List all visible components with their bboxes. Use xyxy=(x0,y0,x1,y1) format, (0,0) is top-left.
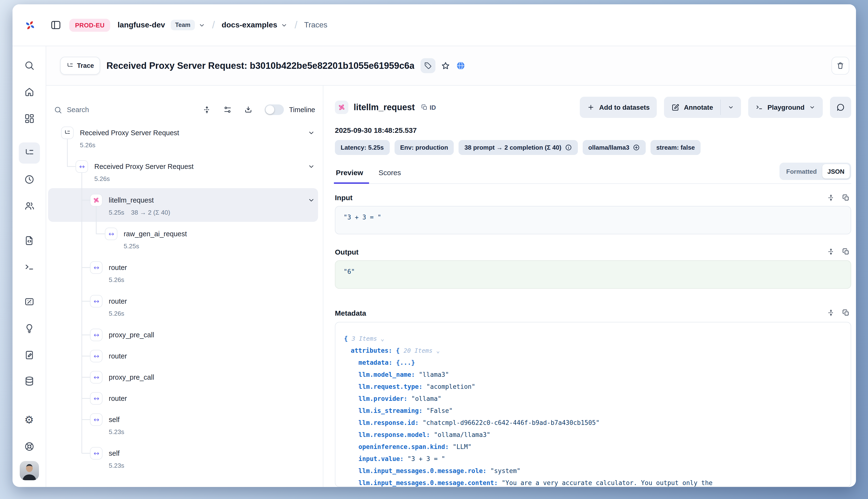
span-arrows-icon xyxy=(75,160,88,173)
format-toggle-json[interactable]: JSON xyxy=(822,164,850,179)
annotate-button-group: Annotate xyxy=(664,97,741,118)
collapse-section-icon[interactable] xyxy=(827,248,835,256)
format-toggle-formatted[interactable]: Formatted xyxy=(781,164,822,179)
span-arrows-icon xyxy=(105,228,118,240)
environment-badge[interactable]: PROD-EU xyxy=(69,19,110,32)
tree-search[interactable] xyxy=(54,106,202,114)
copy-id-button[interactable]: ID xyxy=(421,104,436,111)
org-chevron-down-icon[interactable] xyxy=(198,21,206,29)
tree-row-span[interactable]: Received Proxy Server Request 5.26s xyxy=(46,158,323,192)
sessions-clock-icon[interactable] xyxy=(19,169,40,190)
dashboard-icon[interactable] xyxy=(19,108,40,129)
trace-badge-label: Trace xyxy=(77,62,94,69)
tree-row-span[interactable]: proxy_pre_call xyxy=(46,327,323,348)
org-name[interactable]: langfuse-dev xyxy=(118,21,165,29)
copy-icon[interactable] xyxy=(842,194,850,202)
trace-type-badge[interactable]: Trace xyxy=(60,57,100,75)
trace-tree-icon xyxy=(66,62,74,69)
datasets-database-icon[interactable] xyxy=(19,370,40,392)
chevron-down-icon xyxy=(809,104,816,111)
app-logo[interactable] xyxy=(24,19,37,32)
annotate-button[interactable]: Annotate xyxy=(664,97,720,118)
display-settings-icon[interactable] xyxy=(223,105,232,114)
annotate-dropdown-chevron[interactable] xyxy=(721,97,741,118)
detail-tabs: Preview Scores Formatted JSON xyxy=(335,163,851,184)
search-icon[interactable] xyxy=(19,55,40,76)
tag-icon[interactable] xyxy=(421,58,436,73)
lightbulb-icon[interactable] xyxy=(19,318,40,339)
generation-icon xyxy=(90,194,102,206)
app-window: PROD-EU langfuse-dev Team / docs-example… xyxy=(13,4,856,487)
playground-button[interactable]: Playground xyxy=(748,97,823,118)
stream-badge: stream: false xyxy=(650,140,700,155)
output-title: Output xyxy=(335,248,358,256)
plus-icon xyxy=(587,104,595,111)
icon-sidebar: ⚙ xyxy=(13,46,46,487)
tree-row-span[interactable]: router xyxy=(46,348,323,369)
prompts-file-icon[interactable] xyxy=(19,230,40,251)
model-badge[interactable]: ollama/llama3 xyxy=(583,140,646,155)
comment-bubble-icon xyxy=(836,103,845,112)
tree-row-span[interactable]: proxy_pre_call xyxy=(46,369,323,390)
chevron-down-icon[interactable] xyxy=(307,163,315,170)
span-arrows-icon xyxy=(90,261,102,274)
span-arrows-icon xyxy=(90,371,102,384)
org-type-badge: Team xyxy=(171,20,195,30)
user-avatar[interactable] xyxy=(20,461,39,480)
settings-gear-icon[interactable]: ⚙ xyxy=(19,410,40,431)
copy-icon xyxy=(421,104,428,111)
project-name[interactable]: docs-examples xyxy=(222,21,277,29)
breadcrumb-section[interactable]: Traces xyxy=(304,21,327,29)
add-to-datasets-button[interactable]: Add to datasets xyxy=(580,97,657,118)
metadata-title: Metadata xyxy=(335,309,366,317)
playground-terminal-icon[interactable] xyxy=(19,256,40,278)
collapse-section-icon[interactable] xyxy=(827,309,835,317)
chevron-down-icon[interactable] xyxy=(307,129,315,137)
tracing-icon[interactable] xyxy=(19,143,40,163)
tree-row-span[interactable]: router 5.26s xyxy=(46,259,323,293)
tree-row-generation-selected[interactable]: litellm_request 5.25s38 → 2 (Σ 40) xyxy=(46,192,323,226)
public-globe-icon[interactable] xyxy=(456,61,466,71)
span-arrows-icon xyxy=(90,329,102,341)
evaluation-icon[interactable] xyxy=(19,291,40,312)
tree-row-span[interactable]: router xyxy=(46,390,323,411)
metadata-json-viewer[interactable]: {3 Items ⌄ attributes: {20 Items ⌄ metad… xyxy=(335,322,851,487)
search-icon xyxy=(54,106,62,114)
trace-title-bar: Trace Received Proxy Server Request: b30… xyxy=(46,46,856,86)
timeline-toggle[interactable] xyxy=(265,105,284,115)
span-arrows-icon xyxy=(90,392,102,405)
breadcrumb-separator: / xyxy=(212,19,215,31)
home-icon[interactable] xyxy=(19,81,40,102)
tab-scores[interactable]: Scores xyxy=(378,165,402,183)
tree-row-span[interactable]: self 5.23s xyxy=(46,445,323,479)
annotation-clipboard-icon[interactable] xyxy=(19,344,40,365)
token-usage-badge[interactable]: 38 prompt → 2 completion (Σ 40) xyxy=(459,140,578,155)
collapse-section-icon[interactable] xyxy=(827,194,835,202)
tree-search-input[interactable] xyxy=(67,106,118,113)
support-lifebuoy-icon[interactable] xyxy=(19,436,40,457)
tree-row-trace-root[interactable]: Received Proxy Server Request 5.26s xyxy=(46,125,323,158)
span-arrows-icon xyxy=(90,350,102,362)
tree-row-span[interactable]: self 5.23s xyxy=(46,411,323,445)
copy-icon[interactable] xyxy=(842,309,850,317)
trash-icon[interactable] xyxy=(831,57,849,75)
sidebar-toggle-icon[interactable] xyxy=(50,19,62,31)
users-icon[interactable] xyxy=(19,195,40,217)
observation-detail-panel: litellm_request ID Add to datasets xyxy=(323,86,856,487)
tree-list: Received Proxy Server Request 5.26s Rece… xyxy=(46,125,323,487)
plus-circle-icon xyxy=(633,144,640,151)
star-icon[interactable] xyxy=(441,61,451,71)
project-chevron-down-icon[interactable] xyxy=(281,21,288,29)
download-icon[interactable] xyxy=(244,105,252,114)
chevron-down-icon[interactable] xyxy=(307,196,315,204)
tab-preview[interactable]: Preview xyxy=(335,165,364,183)
collapse-all-icon[interactable] xyxy=(202,105,211,114)
observation-tree-panel: Timeline xyxy=(46,86,323,487)
comments-button[interactable] xyxy=(830,97,851,118)
output-value: "6" xyxy=(335,260,851,289)
observation-badges: Latency: 5.25s Env: production 38 prompt… xyxy=(335,140,851,155)
format-toggle: Formatted JSON xyxy=(780,163,851,180)
copy-icon[interactable] xyxy=(842,248,850,256)
tree-row-span[interactable]: raw_gen_ai_request 5.25s xyxy=(46,226,323,259)
tree-row-span[interactable]: router 5.26s xyxy=(46,293,323,327)
